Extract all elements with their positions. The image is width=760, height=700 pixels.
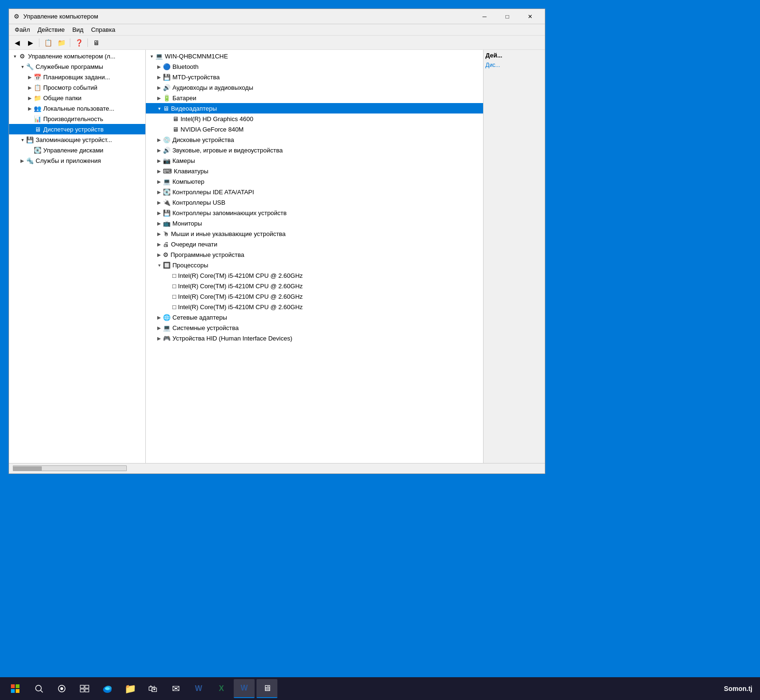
folder-button[interactable]: 📁 [55,37,67,48]
help-button[interactable]: ❓ [73,37,85,48]
menu-action[interactable]: Действие [34,24,68,35]
maximize-button[interactable]: □ [496,10,518,23]
show-hide-button[interactable]: 📋 [42,37,54,48]
expand-usb-arrow: ▶ [155,199,163,206]
svg-rect-10 [80,689,84,692]
store-button[interactable]: 🛍 [142,679,163,698]
svg-point-4 [36,685,41,691]
dev-cpu4-label: Intel(R) Core(TM) i5-4210M CPU @ 2.60GHz [178,303,303,311]
left-scrollbar[interactable] [13,465,127,472]
dev-keyboard[interactable]: ▶ ⌨ Клавиатуры [146,166,483,176]
tree-item-diskmgmt[interactable]: ▶ 💽 Управление дисками [9,145,145,155]
dev-sound[interactable]: ▶ 🔊 Звуковые, игровые и видеоустройства [146,145,483,155]
dev-computer-icon: 💻 [163,178,171,185]
tree-item-devmgr[interactable]: 🖥 Диспетчер устройств [9,124,145,134]
mail-button[interactable]: ✉ [165,679,186,698]
toolbar-separator-2 [70,38,70,47]
dev-computer[interactable]: ▶ 💻 Компьютер [146,176,483,187]
menu-help[interactable]: Справка [87,24,119,35]
dev-sysdev-icon: 💻 [163,324,171,331]
dev-print[interactable]: ▶ 🖨 Очереди печати [146,239,483,249]
excel-button[interactable]: X [211,679,232,698]
back-button[interactable]: ◀ [11,37,23,48]
dev-cpu3[interactable]: ▶ □ Intel(R) Core(TM) i5-4210M CPU @ 2.6… [146,291,483,302]
expand-arrow-perf: ▶ [26,115,34,123]
window-title: Управление компьютером [23,13,474,20]
dev-ide-icon: 💽 [163,189,171,196]
tree-item-storage[interactable]: ▾ 💾 Запоминающие устройст... [9,134,145,145]
dev-root[interactable]: ▾ 💻 WIN-QHBCMNM1CHE [146,51,483,61]
tree-icon-log: 📋 [34,84,41,91]
taskbar: 📁 🛍 ✉ W X W 🖥 Somon.tj [0,677,760,700]
dev-mtd[interactable]: ▶ 💾 MTD-устройства [146,72,483,82]
start-button[interactable] [4,679,27,698]
action-dis[interactable]: Дис... [485,61,543,69]
window-icon: ⚙ [13,13,20,20]
dev-cpu[interactable]: ▾ 🔲 Процессоры [146,260,483,270]
dev-sysdev[interactable]: ▶ 💻 Системные устройства [146,322,483,333]
dev-netadap[interactable]: ▶ 🌐 Сетевые адаптеры [146,312,483,322]
dev-disk[interactable]: ▶ 💿 Дисковые устройства [146,134,483,145]
dev-cam[interactable]: ▶ 📷 Камеры [146,155,483,166]
minimize-button[interactable]: ─ [474,10,495,23]
tree-icon-perf: 📊 [34,115,41,123]
tree-item-log[interactable]: ▶ 📋 Просмотр событий [9,82,145,93]
dev-mouse-icon: 🖱 [163,230,169,237]
dev-audio[interactable]: ▶ 🔊 Аудиовходы и аудиовыходы [146,82,483,93]
dev-disk-label: Дисковые устройства [172,136,234,143]
connect-button[interactable]: 🖥 [90,37,103,48]
dev-hid[interactable]: ▶ 🎮 Устройства HID (Human Interface Devi… [146,333,483,343]
expand-storage-ctrl-arrow: ▶ [155,209,163,217]
menu-view[interactable]: Вид [68,24,87,35]
right-panel: ▾ 💻 WIN-QHBCMNM1CHE ▶ 🔵 Bluetooth ▶ 💾 MT… [146,50,483,463]
word-button-2[interactable]: W [234,679,255,698]
expand-sound-arrow: ▶ [155,146,163,154]
dev-battery[interactable]: ▶ 🔋 Батареи [146,93,483,103]
dev-mtd-icon: 💾 [163,74,171,81]
menu-file[interactable]: Файл [11,24,34,35]
close-button[interactable]: ✕ [519,10,541,23]
tree-icon-users: 👥 [34,104,41,112]
dev-netadap-icon: 🌐 [163,314,171,321]
explorer-button[interactable]: 📁 [120,679,141,698]
edge-button[interactable] [97,679,118,698]
forward-button[interactable]: ▶ [24,37,37,48]
dev-nvidia[interactable]: ▶ 🖥 NVIDIA GeForce 840M [146,124,483,134]
expand-print-arrow: ▶ [155,240,163,248]
svg-rect-1 [16,684,19,688]
tree-item-users[interactable]: ▶ 👥 Локальные пользовате... [9,103,145,114]
dev-cpu1-label: Intel(R) Core(TM) i5-4210M CPU @ 2.60GHz [178,272,303,279]
dev-soft[interactable]: ▶ ⚙ Программные устройства [146,249,483,260]
title-bar: ⚙ Управление компьютером ─ □ ✕ [9,9,545,24]
main-content: ▾ ⚙ Управление компьютером (л... ▾ 🔧 Слу… [9,50,545,463]
tree-item-perf[interactable]: ▶ 📊 Производительность [9,114,145,124]
dev-cpu4[interactable]: ▶ □ Intel(R) Core(TM) i5-4210M CPU @ 2.6… [146,302,483,312]
tree-item-services[interactable]: ▶ 🔩 Службы и приложения [9,155,145,166]
tree-icon-sched: 📅 [34,73,41,81]
dev-display[interactable]: ▾ 🖥 Видеоадаптеры [146,103,483,114]
svg-rect-3 [16,689,19,693]
dev-intel-gpu[interactable]: ▶ 🖥 Intel(R) HD Graphics 4600 [146,114,483,124]
tree-icon-folders: 📁 [34,94,41,102]
compmgr-taskbar-button[interactable]: 🖥 [256,679,277,698]
status-bar [9,463,545,473]
dev-cpu2[interactable]: ▶ □ Intel(R) Core(TM) i5-4210M CPU @ 2.6… [146,281,483,291]
tree-item-root[interactable]: ▾ ⚙ Управление компьютером (л... [9,51,145,61]
tree-item-utils[interactable]: ▾ 🔧 Служебные программы [9,61,145,72]
search-button[interactable] [28,679,49,698]
expand-arrow-root: ▾ [11,52,19,60]
tree-item-sched[interactable]: ▶ 📅 Планировщик задани... [9,72,145,82]
taskview-button[interactable] [74,679,95,698]
cortana-button[interactable] [51,679,72,698]
dev-cpu1[interactable]: ▶ □ Intel(R) Core(TM) i5-4210M CPU @ 2.6… [146,270,483,281]
dev-storage-ctrl[interactable]: ▶ 💾 Контроллеры запоминающих устройств [146,208,483,218]
expand-mouse-arrow: ▶ [155,230,163,237]
tree-label-services: Службы и приложения [36,157,101,164]
dev-bluetooth[interactable]: ▶ 🔵 Bluetooth [146,61,483,72]
word-button-1[interactable]: W [188,679,209,698]
dev-ide[interactable]: ▶ 💽 Контроллеры IDE ATA/ATAPI [146,187,483,197]
dev-usb[interactable]: ▶ 🔌 Контроллеры USB [146,197,483,208]
dev-mouse[interactable]: ▶ 🖱 Мыши и иные указывающие устройства [146,228,483,239]
tree-item-folders[interactable]: ▶ 📁 Общие папки [9,93,145,103]
dev-monitor[interactable]: ▶ 📺 Мониторы [146,218,483,228]
